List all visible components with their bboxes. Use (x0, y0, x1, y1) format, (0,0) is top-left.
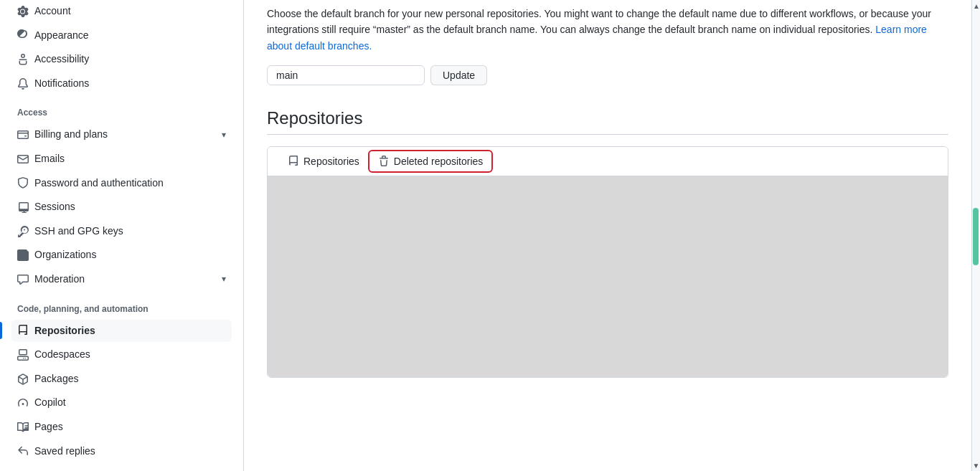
sidebar-item-organizations[interactable]: Organizations (11, 244, 232, 267)
shield-icon (17, 177, 29, 189)
repositories-tab-label: Repositories (303, 156, 359, 167)
scroll-down-button[interactable]: ▼ (972, 460, 980, 471)
sidebar-item-password-label: Password and authentication (34, 176, 164, 191)
codespaces-icon (17, 349, 29, 361)
sidebar-item-accessibility[interactable]: Accessibility (11, 48, 232, 71)
repositories-section-title: Repositories (267, 108, 948, 135)
sidebar-item-pages-label: Pages (34, 420, 63, 434)
sidebar-item-copilot[interactable]: Copilot (11, 391, 232, 414)
sidebar-item-ssh-gpg-label: SSH and GPG keys (34, 224, 123, 239)
branch-name-input[interactable] (267, 65, 425, 85)
devices-icon (17, 201, 29, 213)
sidebar-item-password[interactable]: Password and authentication (11, 172, 232, 195)
sidebar-item-pages[interactable]: Pages (11, 416, 232, 439)
scrollbar-thumb[interactable] (973, 208, 979, 265)
sidebar-access-section: Billing and plans ▾ Emails Password and … (11, 123, 232, 290)
repositories-tabs-container: Repositories Deleted repositories (267, 146, 948, 378)
repositories-content-area (268, 176, 948, 377)
update-button[interactable]: Update (430, 65, 487, 85)
sidebar-item-account-label: Account (34, 4, 71, 19)
sidebar-item-codespaces[interactable]: Codespaces (11, 343, 232, 366)
repo-icon (17, 325, 29, 336)
code-section-label: Code, planning, and automation (11, 292, 232, 320)
key-icon (17, 226, 29, 237)
trash-icon (378, 156, 390, 167)
sidebar-item-saved-replies-label: Saved replies (34, 444, 95, 459)
sidebar-item-ssh-gpg[interactable]: SSH and GPG keys (11, 220, 232, 243)
reply-icon (17, 445, 29, 457)
scroll-up-button[interactable]: ▲ (972, 0, 980, 11)
chevron-down-icon: ▾ (222, 129, 226, 141)
sidebar-top-section: Account Appearance Accessibility Notific… (11, 0, 232, 95)
copilot-icon (17, 397, 29, 409)
sidebar-item-organizations-label: Organizations (34, 248, 96, 262)
accessibility-icon (17, 54, 29, 65)
sidebar-item-moderation-label: Moderation (34, 272, 85, 287)
sidebar-item-notifications[interactable]: Notifications (11, 72, 232, 95)
sidebar-item-accessibility-label: Accessibility (34, 52, 89, 67)
repositories-tab[interactable]: Repositories (279, 148, 368, 176)
deleted-repositories-tab[interactable]: Deleted repositories (368, 150, 494, 173)
main-content: Choose the default branch for your new p… (244, 0, 971, 471)
sidebar-item-copilot-label: Copilot (34, 396, 66, 410)
sidebar-item-packages-label: Packages (34, 372, 78, 386)
sidebar-item-emails-label: Emails (34, 152, 65, 166)
sidebar-item-sessions[interactable]: Sessions (11, 196, 232, 219)
credit-card-icon (17, 129, 29, 141)
paintbrush-icon (17, 29, 29, 41)
org-icon (17, 249, 29, 261)
access-section-label: Access (11, 96, 232, 123)
branch-form: Update (267, 65, 948, 85)
sidebar-item-codespaces-label: Codespaces (34, 348, 90, 362)
sidebar-item-appearance[interactable]: Appearance (11, 24, 232, 47)
comment-icon (17, 274, 29, 285)
sidebar-item-sessions-label: Sessions (34, 200, 75, 214)
sidebar-code-section: Repositories Codespaces Packages Copilot… (11, 320, 232, 463)
sidebar: Account Appearance Accessibility Notific… (0, 0, 244, 471)
sidebar-item-billing-label: Billing and plans (34, 128, 108, 142)
pages-icon (17, 422, 29, 433)
sidebar-item-notifications-label: Notifications (34, 77, 89, 91)
repos-tabs-header: Repositories Deleted repositories (268, 147, 948, 176)
repo-tab-icon (288, 156, 299, 167)
chevron-down-icon-moderation: ▾ (222, 273, 226, 285)
mail-icon (17, 153, 29, 165)
description-text: Choose the default branch for your new p… (267, 8, 931, 35)
sidebar-item-repositories-label: Repositories (34, 324, 95, 338)
deleted-repositories-tab-label: Deleted repositories (394, 156, 484, 167)
sidebar-item-repositories[interactable]: Repositories (11, 320, 232, 343)
sidebar-item-emails[interactable]: Emails (11, 148, 232, 171)
sidebar-item-saved-replies[interactable]: Saved replies (11, 440, 232, 463)
bell-icon (17, 78, 29, 90)
sidebar-item-packages[interactable]: Packages (11, 368, 232, 391)
sidebar-item-appearance-label: Appearance (34, 29, 89, 43)
gear-icon (17, 6, 29, 17)
package-icon (17, 374, 29, 385)
description-container: Choose the default branch for your new p… (267, 0, 948, 54)
sidebar-item-billing[interactable]: Billing and plans ▾ (11, 123, 232, 146)
sidebar-item-moderation[interactable]: Moderation ▾ (11, 268, 232, 291)
sidebar-item-account[interactable]: Account (11, 0, 232, 23)
scrollbar-track: ▲ ▼ (971, 0, 980, 471)
